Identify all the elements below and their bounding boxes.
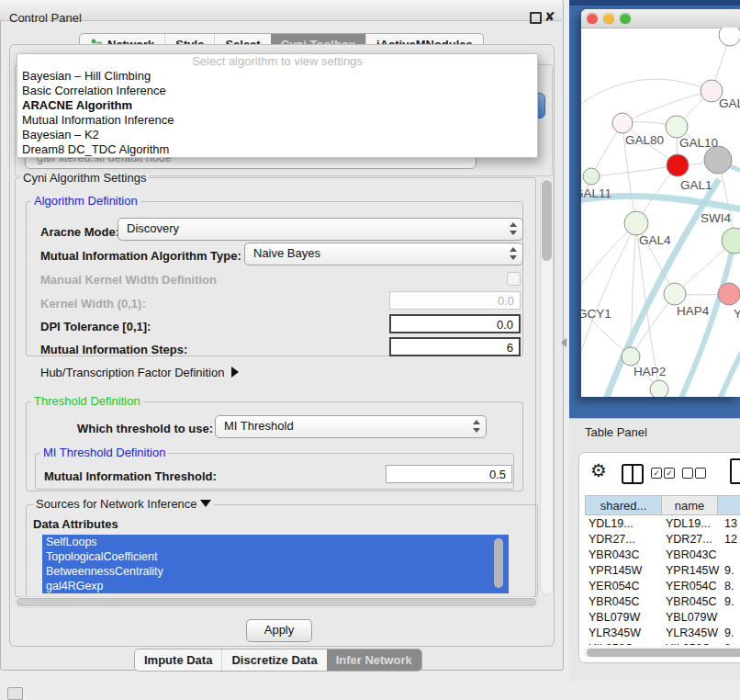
table-row[interactable]: YBR045CYBR045C9. xyxy=(585,595,740,611)
node-gray[interactable] xyxy=(704,146,732,174)
table-cell: 13 xyxy=(724,517,737,530)
mi-threshold-group-title: MI Threshold Definition xyxy=(40,446,168,458)
algorithm-option[interactable]: Bayesian – Hill Climbing xyxy=(17,69,537,84)
select-unchecked-icon[interactable] xyxy=(682,468,693,479)
node-GAL11[interactable] xyxy=(583,168,600,185)
select-checked-icon[interactable]: ✓ xyxy=(651,468,662,479)
aracne-mode-combobox[interactable]: Discovery xyxy=(118,218,523,241)
kernel-width-input[interactable]: 0.0 xyxy=(389,291,521,310)
column-header-name[interactable]: name xyxy=(661,495,718,515)
network-node-labels: GALGAL80GAL10GAL1GAL11SWI4GAL4GCY1HAP4YH… xyxy=(581,96,740,378)
manual-kernel-checkbox[interactable] xyxy=(507,272,521,286)
table-cell: YDL19... xyxy=(589,517,633,530)
algorithm-option[interactable]: Bayesian – K2 xyxy=(17,128,537,142)
close-icon[interactable]: ✘ xyxy=(544,9,555,24)
bottom-left-grip[interactable] xyxy=(7,687,23,700)
table-cell: YDR27... xyxy=(666,533,712,546)
data-attribute-item[interactable]: BetweennessCentrality xyxy=(42,564,509,579)
table-row[interactable]: YBL079WYBL079W xyxy=(585,611,740,627)
table-row[interactable]: YLR345WYLR345W9. xyxy=(585,627,740,642)
expand-arrow-icon xyxy=(231,367,239,378)
column-header-partial[interactable] xyxy=(717,495,740,515)
table-cell: YBR043C xyxy=(666,548,717,561)
network-view-window: GALGAL80GAL10GAL1GAL11SWI4GAL4GCY1HAP4YH… xyxy=(581,9,740,397)
node-HAP4[interactable] xyxy=(664,283,686,305)
node-label: GAL80 xyxy=(625,133,664,147)
data-attribute-item[interactable]: gal4RGexp xyxy=(42,579,509,593)
split-divider-grip[interactable] xyxy=(561,338,566,347)
algorithm-option[interactable]: ARACNE Algorithm xyxy=(17,98,537,113)
mi-steps-label: Mutual Information Steps: xyxy=(40,343,187,356)
data-attribute-item[interactable]: TopologicalCoefficient xyxy=(42,549,509,564)
table-row[interactable]: YER054CYER054C8. xyxy=(585,580,740,595)
float-window-icon[interactable] xyxy=(530,12,542,24)
table-row[interactable]: YDL19...YDL19...13 xyxy=(585,517,740,533)
hub-definition-expander[interactable]: Hub/Transcription Factor Definition xyxy=(40,366,239,379)
application-root: Control Panel ✘ Network Style Select Cyn… xyxy=(0,0,740,700)
gear-icon[interactable]: ⚙ xyxy=(590,460,607,480)
algorithm-option[interactable]: Basic Correlation Inference xyxy=(17,84,537,98)
table-cell: YLR345W xyxy=(589,627,641,639)
table-cell: YIL052C xyxy=(666,642,711,645)
table-cell: YBR043C xyxy=(589,548,640,561)
sources-title-row[interactable]: Sources for Network Inference xyxy=(33,498,214,510)
node-label: GAL xyxy=(719,96,740,110)
table-row[interactable]: YDR27...YDR27...12 xyxy=(585,533,740,548)
stepper-arrows-icon xyxy=(510,246,518,261)
node-GAL80[interactable] xyxy=(612,113,633,133)
algorithm-option[interactable]: Mutual Information Inference xyxy=(17,113,537,128)
tab-discretize-data[interactable]: Discretize Data xyxy=(221,649,326,671)
node-GAL4[interactable] xyxy=(624,211,648,235)
node-partial-bottom[interactable] xyxy=(650,380,668,397)
table-cell: 12 xyxy=(724,533,737,546)
node-HAP2[interactable] xyxy=(622,347,640,366)
algorithm-option[interactable]: Dream8 DC_TDC Algorithm xyxy=(17,142,537,157)
mi-algorithm-type-label: Mutual Information Algorithm Type: xyxy=(40,249,241,263)
select-unchecked-icon[interactable] xyxy=(695,468,706,479)
collapse-arrow-icon xyxy=(200,500,211,507)
mi-algorithm-type-combobox[interactable]: Naive Bayes xyxy=(244,243,523,265)
document-icon[interactable] xyxy=(730,458,740,484)
select-checked-icon[interactable]: ✓ xyxy=(664,468,675,479)
table-rows: YDL19...YDL19...13YDR27...YDR27...12YBR0… xyxy=(585,517,740,645)
node-GAL10[interactable] xyxy=(666,116,688,138)
cyni-bottom-tabbar: Impute Data Discretize Data Infer Networ… xyxy=(134,649,422,672)
node-label: GAL10 xyxy=(679,136,718,150)
table-cell: 9. xyxy=(724,627,734,639)
split-columns-icon[interactable] xyxy=(622,464,644,484)
cyni-settings-title: Cyni Algorithm Settings xyxy=(20,172,149,184)
network-window-titlebar[interactable] xyxy=(581,9,740,28)
tab-infer-network[interactable]: Infer Network xyxy=(327,649,421,671)
node-label: GAL4 xyxy=(639,233,671,247)
apply-button[interactable]: Apply xyxy=(246,619,312,642)
algorithm-dropdown: Select algorithm to view settings Bayesi… xyxy=(17,53,538,158)
zoom-traffic-light[interactable] xyxy=(620,13,631,24)
network-canvas[interactable]: GALGAL80GAL10GAL1GAL11SWI4GAL4GCY1HAP4YH… xyxy=(581,28,740,397)
tab-impute-data[interactable]: Impute Data xyxy=(135,649,221,671)
node-Y-partial[interactable] xyxy=(718,283,740,305)
table-cell: 9. xyxy=(724,564,734,577)
node-partial-top[interactable] xyxy=(719,28,740,46)
which-threshold-combobox[interactable]: MI Threshold xyxy=(215,415,487,438)
dpi-tolerance-input[interactable]: 0.0 xyxy=(389,314,521,333)
settings-horizontal-scrollbar-thumb[interactable] xyxy=(17,598,536,606)
node-label: HAP4 xyxy=(677,304,710,318)
close-traffic-light[interactable] xyxy=(587,13,598,24)
table-row[interactable]: YBR043CYBR043C xyxy=(585,548,740,564)
desktop-top-strip xyxy=(569,0,740,6)
mi-threshold-input[interactable]: 0.5 xyxy=(386,465,512,483)
attributes-list-scrollbar[interactable] xyxy=(494,538,503,588)
table-row[interactable]: YIL052CYIL052C8 xyxy=(585,642,740,645)
settings-vertical-scrollbar-thumb[interactable] xyxy=(542,180,552,261)
node-GAL1[interactable] xyxy=(667,154,689,176)
stepper-arrows-icon xyxy=(510,221,518,236)
table-row[interactable]: YPR145WYPR145W9. xyxy=(585,564,740,580)
table-horizontal-scrollbar-thumb[interactable] xyxy=(587,649,740,657)
table-cell: YBL079W xyxy=(589,611,640,624)
data-attribute-item[interactable]: SelfLoops xyxy=(42,535,509,549)
table-cell: YDL19... xyxy=(666,517,711,530)
column-header-shared[interactable]: shared... xyxy=(585,495,662,515)
mi-steps-input[interactable]: 6 xyxy=(389,337,521,356)
minimize-traffic-light[interactable] xyxy=(603,13,614,24)
dpi-tolerance-label: DPI Tolerance [0,1]: xyxy=(40,320,151,333)
